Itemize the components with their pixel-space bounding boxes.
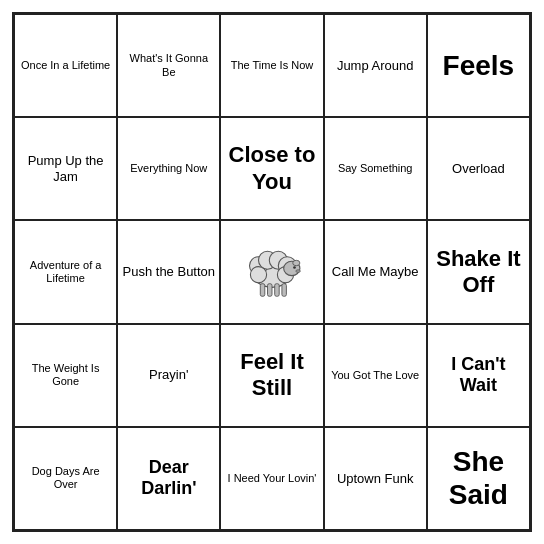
cell-text-r1c4: Overload <box>432 161 525 177</box>
bingo-cell-r3c4[interactable]: I Can't Wait <box>427 324 530 427</box>
cell-text-r3c2: Feel It Still <box>225 349 318 402</box>
svg-point-10 <box>296 270 301 273</box>
bingo-cell-r4c3[interactable]: Uptown Funk <box>324 427 427 530</box>
cell-text-r0c0: Once In a Lifetime <box>19 59 112 72</box>
svg-rect-14 <box>282 284 287 297</box>
cell-text-r3c3: You Got The Love <box>329 369 422 382</box>
svg-rect-13 <box>275 284 280 297</box>
bingo-cell-r3c0[interactable]: The Weight Is Gone <box>14 324 117 427</box>
bingo-cell-r2c2[interactable] <box>220 220 323 323</box>
svg-point-6 <box>250 267 266 283</box>
bingo-cell-r4c2[interactable]: I Need Your Lovin' <box>220 427 323 530</box>
cell-text-r0c2: The Time Is Now <box>225 59 318 72</box>
cell-text-r4c0: Dog Days Are Over <box>19 465 112 491</box>
bingo-cell-r1c2[interactable]: Close to You <box>220 117 323 220</box>
cell-text-r1c1: Everything Now <box>122 162 215 175</box>
cell-text-r4c4: She Said <box>432 445 525 512</box>
bingo-cell-r0c4[interactable]: Feels <box>427 14 530 117</box>
bingo-cell-r1c1[interactable]: Everything Now <box>117 117 220 220</box>
svg-point-9 <box>293 266 296 269</box>
svg-point-8 <box>293 260 300 265</box>
cell-text-r0c3: Jump Around <box>329 58 422 74</box>
cell-text-r4c3: Uptown Funk <box>329 471 422 487</box>
bingo-cell-r3c1[interactable]: Prayin' <box>117 324 220 427</box>
bingo-cell-r4c0[interactable]: Dog Days Are Over <box>14 427 117 530</box>
cell-text-r0c1: What's It Gonna Be <box>122 52 215 78</box>
bingo-cell-r4c1[interactable]: Dear Darlin' <box>117 427 220 530</box>
bingo-cell-r3c2[interactable]: Feel It Still <box>220 324 323 427</box>
bingo-cell-r0c1[interactable]: What's It Gonna Be <box>117 14 220 117</box>
bingo-cell-r1c4[interactable]: Overload <box>427 117 530 220</box>
cell-text-r3c0: The Weight Is Gone <box>19 362 112 388</box>
cell-text-r1c0: Pump Up the Jam <box>19 153 112 184</box>
bingo-cell-r1c0[interactable]: Pump Up the Jam <box>14 117 117 220</box>
cell-text-r3c4: I Can't Wait <box>432 354 525 397</box>
cell-text-r2c1: Push the Button <box>122 264 215 280</box>
cell-text-r4c2: I Need Your Lovin' <box>225 472 318 485</box>
cell-text-r0c4: Feels <box>432 49 525 83</box>
bingo-cell-r1c3[interactable]: Say Something <box>324 117 427 220</box>
cell-text-r4c1: Dear Darlin' <box>122 457 215 500</box>
bingo-cell-r0c0[interactable]: Once In a Lifetime <box>14 14 117 117</box>
bingo-cell-r2c1[interactable]: Push the Button <box>117 220 220 323</box>
cell-text-r2c3: Call Me Maybe <box>329 264 422 280</box>
cell-text-r2c0: Adventure of a Lifetime <box>19 259 112 285</box>
bingo-cell-r2c0[interactable]: Adventure of a Lifetime <box>14 220 117 323</box>
cell-text-r1c2: Close to You <box>225 142 318 195</box>
svg-rect-12 <box>267 284 272 297</box>
sheep-icon <box>236 236 308 308</box>
bingo-cell-r2c4[interactable]: Shake It Off <box>427 220 530 323</box>
bingo-card: Once In a LifetimeWhat's It Gonna BeThe … <box>12 12 532 532</box>
svg-rect-11 <box>260 284 265 297</box>
cell-text-r1c3: Say Something <box>329 162 422 175</box>
bingo-cell-r2c3[interactable]: Call Me Maybe <box>324 220 427 323</box>
bingo-cell-r0c2[interactable]: The Time Is Now <box>220 14 323 117</box>
cell-text-r3c1: Prayin' <box>122 367 215 383</box>
bingo-cell-r4c4[interactable]: She Said <box>427 427 530 530</box>
bingo-cell-r3c3[interactable]: You Got The Love <box>324 324 427 427</box>
bingo-cell-r0c3[interactable]: Jump Around <box>324 14 427 117</box>
cell-text-r2c4: Shake It Off <box>432 246 525 299</box>
